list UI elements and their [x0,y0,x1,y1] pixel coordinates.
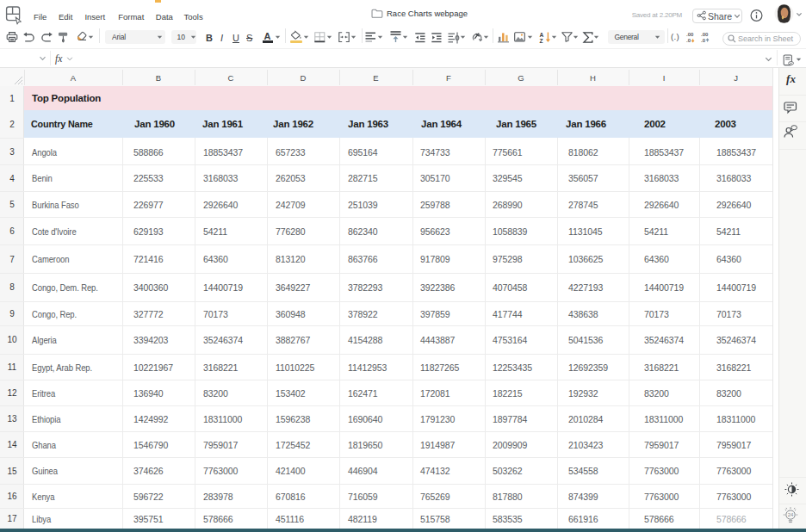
svg-text:.00: .00 [686,32,694,37]
svg-text:.0: .0 [686,38,691,43]
svg-text:.00: .00 [701,32,709,37]
svg-text:A: A [540,31,544,37]
svg-text:Z: Z [540,37,543,43]
svg-text:24: 24 [788,512,794,517]
svg-text:.0: .0 [701,38,706,43]
